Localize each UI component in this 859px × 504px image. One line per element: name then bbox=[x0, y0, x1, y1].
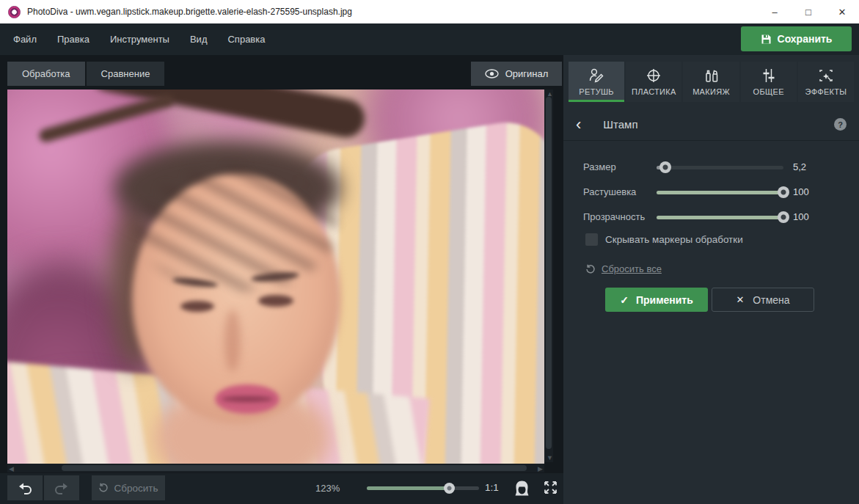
tab-retouch[interactable]: РЕТУШЬ bbox=[569, 62, 624, 102]
opacity-slider[interactable] bbox=[657, 216, 783, 219]
back-icon[interactable]: ‹ bbox=[576, 117, 581, 132]
scroll-down-icon[interactable]: ▼ bbox=[547, 453, 553, 462]
zoom-slider[interactable] bbox=[367, 486, 479, 490]
status-bar: Сбросить 123% 1:1 bbox=[0, 473, 563, 504]
cancel-x-icon: ✕ bbox=[736, 294, 744, 305]
feather-slider-label: Растушевка bbox=[583, 186, 636, 197]
redo-icon bbox=[54, 482, 70, 494]
hide-markers-row: Скрывать маркеры обработки bbox=[585, 233, 743, 246]
title-bar: PhotoDiva - uwm.vegan.lipstick.makeup.br… bbox=[0, 0, 859, 23]
tab-effects-label: ЭФФЕКТЫ bbox=[805, 87, 847, 96]
feather-slider[interactable] bbox=[657, 191, 783, 194]
cancel-button-label: Отмена bbox=[753, 294, 789, 306]
photo-canvas[interactable] bbox=[7, 90, 544, 464]
tab-comparison[interactable]: Сравнение bbox=[87, 62, 165, 86]
horizontal-scrollbar[interactable]: ◀ ▶ bbox=[7, 464, 544, 472]
canvas-area: Обработка Сравнение Оригинал ▲ bbox=[0, 55, 563, 473]
window-title: PhotoDiva - uwm.vegan.lipstick.makeup.br… bbox=[27, 7, 352, 17]
save-button-label: Сохранить bbox=[778, 33, 833, 45]
help-icon[interactable]: ? bbox=[834, 118, 847, 131]
menu-bar: Файл Правка Инструменты Вид Справка Сохр… bbox=[0, 23, 859, 55]
face-icon bbox=[513, 480, 530, 497]
opacity-slider-label: Прозрачность bbox=[583, 211, 645, 222]
fullscreen-button[interactable] bbox=[543, 480, 558, 498]
tool-category-tabs: РЕТУШЬ ПЛАСТИКА МАКИЯЖ ОБЩЕЕ bbox=[569, 62, 854, 102]
tab-plastic[interactable]: ПЛАСТИКА bbox=[626, 62, 681, 102]
vertical-scrollbar-thumb[interactable] bbox=[546, 97, 552, 449]
undo-icon bbox=[17, 482, 33, 494]
expand-icon bbox=[543, 480, 558, 495]
original-preview-button[interactable]: Оригинал bbox=[471, 62, 562, 86]
redo-button[interactable] bbox=[44, 475, 79, 500]
opacity-slider-row: Прозрачность 100 bbox=[563, 211, 859, 224]
cancel-button[interactable]: ✕ Отмена bbox=[712, 288, 814, 312]
undo-button[interactable] bbox=[7, 475, 43, 500]
portrait-lips bbox=[222, 396, 273, 402]
save-floppy-icon bbox=[761, 34, 772, 45]
save-button[interactable]: Сохранить bbox=[741, 26, 852, 51]
feather-slider-row: Растушевка 100 bbox=[563, 186, 859, 199]
app-logo-icon bbox=[8, 6, 21, 18]
horizontal-scrollbar-thumb[interactable] bbox=[62, 465, 527, 471]
menu-help[interactable]: Справка bbox=[217, 29, 275, 49]
tool-title: Штамп bbox=[603, 118, 637, 131]
maximize-button[interactable]: □ bbox=[792, 0, 825, 23]
apply-button-label: Применить bbox=[636, 294, 693, 306]
portrait-eye bbox=[180, 301, 214, 312]
size-slider-handle[interactable] bbox=[659, 161, 671, 173]
fit-to-face-button[interactable] bbox=[513, 480, 530, 500]
tab-effects[interactable]: ЭФФЕКТЫ bbox=[798, 62, 854, 102]
makeup-icon bbox=[703, 67, 720, 84]
hide-markers-checkbox[interactable] bbox=[585, 233, 598, 246]
sliders-icon bbox=[760, 67, 778, 84]
feather-slider-fill bbox=[657, 191, 783, 194]
opacity-slider-fill bbox=[657, 216, 783, 219]
apply-button[interactable]: ✓ Применить bbox=[605, 288, 708, 312]
tool-header: ‹ Штамп ? bbox=[563, 109, 859, 141]
eye-icon bbox=[485, 69, 499, 78]
reset-button[interactable]: Сбросить bbox=[92, 475, 165, 500]
retouch-icon bbox=[588, 67, 605, 84]
scroll-left-icon[interactable]: ◀ bbox=[9, 464, 14, 473]
opacity-slider-value: 100 bbox=[793, 211, 809, 222]
size-slider-label: Размер bbox=[583, 161, 616, 172]
close-button[interactable]: ✕ bbox=[825, 0, 859, 23]
hide-markers-label: Скрывать маркеры обработки bbox=[605, 234, 743, 245]
reset-all-link[interactable]: Сбросить все bbox=[602, 263, 662, 274]
tools-panel: РЕТУШЬ ПЛАСТИКА МАКИЯЖ ОБЩЕЕ bbox=[563, 55, 859, 504]
feather-slider-handle[interactable] bbox=[778, 186, 789, 198]
scroll-right-icon[interactable]: ▶ bbox=[538, 464, 543, 473]
zoom-slider-fill bbox=[367, 486, 450, 490]
tab-processing[interactable]: Обработка bbox=[7, 62, 85, 86]
window-controls: – □ ✕ bbox=[758, 0, 859, 23]
opacity-slider-handle[interactable] bbox=[778, 211, 789, 223]
zoom-slider-handle[interactable] bbox=[444, 483, 455, 494]
tab-makeup-label: МАКИЯЖ bbox=[692, 87, 730, 96]
menu-edit[interactable]: Правка bbox=[47, 29, 100, 49]
vertical-scrollbar[interactable]: ▲ ▼ bbox=[544, 90, 553, 462]
size-slider[interactable] bbox=[657, 166, 783, 169]
portrait-eye bbox=[258, 295, 293, 307]
tab-retouch-label: РЕТУШЬ bbox=[579, 87, 613, 96]
reset-icon bbox=[585, 264, 596, 274]
effects-icon bbox=[817, 67, 835, 84]
branch-shadow bbox=[136, 167, 337, 291]
reset-button-label: Сбросить bbox=[114, 483, 158, 494]
tab-general[interactable]: ОБЩЕЕ bbox=[741, 62, 797, 102]
plastic-icon bbox=[645, 67, 662, 84]
check-icon: ✓ bbox=[620, 294, 629, 306]
menu-file[interactable]: Файл bbox=[3, 29, 47, 49]
tab-general-label: ОБЩЕЕ bbox=[753, 87, 784, 96]
original-button-label: Оригинал bbox=[505, 68, 549, 79]
portrait-nose bbox=[224, 310, 241, 372]
tab-makeup[interactable]: МАКИЯЖ bbox=[683, 62, 739, 102]
feather-slider-value: 100 bbox=[793, 186, 809, 197]
tab-plastic-label: ПЛАСТИКА bbox=[632, 87, 676, 96]
actual-size-button[interactable]: 1:1 bbox=[485, 482, 499, 493]
size-slider-value: 5,2 bbox=[793, 161, 806, 172]
menu-view[interactable]: Вид bbox=[180, 29, 218, 49]
menu-tools[interactable]: Инструменты bbox=[100, 29, 180, 49]
minimize-button[interactable]: – bbox=[758, 0, 792, 23]
reset-icon bbox=[98, 483, 109, 493]
size-slider-row: Размер 5,2 bbox=[563, 161, 859, 174]
